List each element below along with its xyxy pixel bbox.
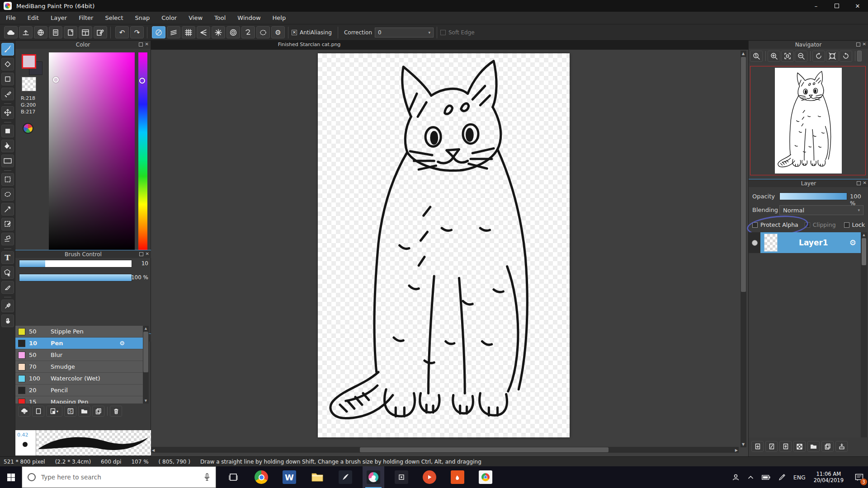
show-hidden-icons-chevron[interactable] [748, 475, 754, 479]
select-pen-tool[interactable] [1, 218, 14, 230]
undo-button[interactable]: ↶ [115, 26, 129, 38]
lock-checkbox[interactable] [844, 222, 849, 228]
action-center-button[interactable]: 3 [850, 466, 868, 488]
rotate-right-button[interactable] [840, 51, 852, 62]
color-picker-cursor[interactable] [53, 77, 59, 83]
medibang-taskbar-icon[interactable] [363, 466, 384, 488]
menu-window[interactable]: Window [231, 12, 266, 24]
scroll-down-icon[interactable]: ▼ [143, 398, 149, 404]
brush-tool[interactable] [1, 43, 14, 56]
new-brush-button[interactable] [32, 406, 44, 417]
upload-button[interactable] [19, 26, 33, 38]
add-brush-dropdown-button[interactable]: ▾ [46, 406, 62, 417]
hand-tool[interactable] [1, 314, 14, 327]
menu-view[interactable]: View [183, 12, 208, 24]
text-tool[interactable]: T [1, 251, 14, 264]
scrollbar-thumb[interactable] [741, 57, 746, 292]
pen-tray-icon[interactable] [778, 474, 785, 481]
foreground-color-swatch[interactable] [22, 54, 36, 69]
snap-off-button[interactable] [152, 26, 165, 38]
language-indicator[interactable]: ENG [793, 474, 806, 481]
brush-settings-gear-icon[interactable]: ⚙ [119, 340, 125, 347]
scrollbar-thumb[interactable] [143, 332, 148, 372]
select-eraser-tool[interactable] [1, 233, 14, 245]
eraser-tool[interactable] [1, 58, 14, 70]
navigator-scroll-handle[interactable] [857, 51, 862, 61]
menu-color[interactable]: Color [156, 12, 183, 24]
scrollbar-thumb[interactable] [862, 238, 866, 265]
redo-button[interactable]: ↷ [130, 26, 144, 38]
hue-cursor[interactable] [139, 78, 145, 84]
zoom-in-button[interactable] [768, 51, 780, 62]
snap-figure-button[interactable] [256, 26, 270, 38]
duplicate-brush-button[interactable] [92, 406, 104, 417]
bucket-tool[interactable] [1, 140, 14, 152]
taskbar-clock[interactable]: 11:06 AM 20/04/2019 [814, 471, 844, 483]
word-icon[interactable]: W [278, 466, 300, 488]
antialiasing-checkbox[interactable]: ✕ [292, 30, 297, 35]
document-button[interactable] [64, 26, 77, 38]
soft-edge-checkbox[interactable] [440, 30, 446, 35]
document-text-button[interactable] [49, 26, 62, 38]
shape-brush-tool[interactable] [1, 73, 14, 85]
brush-row[interactable]: 100 Watercolor (Wet) [15, 373, 143, 385]
publish-web-button[interactable] [34, 26, 47, 38]
popout-icon[interactable] [139, 252, 143, 256]
scrollbar-thumb[interactable] [360, 447, 609, 452]
layer-row-selected[interactable]: Layer1 ⚙ [749, 232, 861, 253]
canvas-horizontal-scrollbar[interactable]: ◀ ▶ [151, 447, 739, 453]
fit-screen-button[interactable] [781, 51, 794, 62]
close-icon[interactable]: ✕ [863, 181, 867, 185]
minimize-button[interactable]: – [806, 0, 826, 12]
delete-brush-button[interactable] [110, 406, 122, 417]
file-explorer-icon[interactable] [307, 466, 328, 488]
close-icon[interactable]: ✕ [146, 252, 149, 256]
sketch-app-icon[interactable] [335, 466, 356, 488]
menu-layer[interactable]: Layer [45, 12, 73, 24]
eyedropper-tool[interactable] [1, 300, 14, 312]
document-tab[interactable]: Finished Starclan cat.png [255, 42, 363, 47]
menu-tool[interactable]: Tool [208, 12, 231, 24]
layer-visibility-cell[interactable] [749, 232, 760, 253]
chrome-icon[interactable] [250, 466, 272, 488]
brush-cloud-download-button[interactable] [18, 406, 30, 417]
task-view-button[interactable] [222, 466, 244, 488]
people-icon[interactable] [732, 474, 740, 481]
snap-curve-button[interactable] [241, 26, 255, 38]
layer-list-scrollbar[interactable]: ▲ [861, 232, 867, 437]
brush-row[interactable]: 50 Blur [15, 349, 143, 361]
firealpaca-icon[interactable] [447, 466, 468, 488]
brush-list-scrollbar[interactable]: ▲ ▼ [143, 326, 149, 404]
popout-icon[interactable] [857, 181, 861, 185]
script-brush-button[interactable]: S [64, 406, 76, 417]
dot-pen-tool[interactable] [1, 88, 14, 100]
add-layer-button[interactable] [751, 441, 764, 452]
brush-folder-button[interactable] [78, 406, 90, 417]
scroll-up-icon[interactable]: ▲ [742, 52, 745, 56]
transfer-layer-button[interactable] [779, 441, 792, 452]
menu-edit[interactable]: Edit [22, 12, 45, 24]
close-button[interactable]: ✕ [847, 0, 868, 12]
hue-slider[interactable] [138, 52, 147, 252]
utility-app-icon[interactable] [391, 466, 412, 488]
scroll-up-icon[interactable]: ▲ [861, 232, 867, 238]
gradient-tool[interactable] [1, 155, 14, 167]
popout-icon[interactable] [139, 42, 143, 47]
snap-concentric-button[interactable] [226, 26, 240, 38]
brush-row-selected[interactable]: 10 Pen ⚙ [15, 338, 143, 349]
navigator-view[interactable] [749, 63, 868, 177]
maximize-button[interactable] [826, 0, 847, 12]
merge-layer-button[interactable] [835, 441, 848, 452]
select-rect-tool[interactable] [1, 173, 14, 186]
snap-parallel-button[interactable] [167, 26, 180, 38]
layer-folder-button[interactable] [807, 441, 820, 452]
layout-button[interactable] [79, 26, 92, 38]
lasso-tool[interactable] [1, 188, 14, 201]
browser-app-icon[interactable] [475, 466, 496, 488]
battery-icon[interactable] [762, 475, 770, 480]
cloud-button[interactable] [4, 26, 18, 38]
divide-tool[interactable] [1, 281, 14, 294]
menu-snap[interactable]: Snap [129, 12, 156, 24]
alpha-layer-button[interactable] [793, 441, 806, 452]
media-player-icon[interactable] [419, 466, 440, 488]
